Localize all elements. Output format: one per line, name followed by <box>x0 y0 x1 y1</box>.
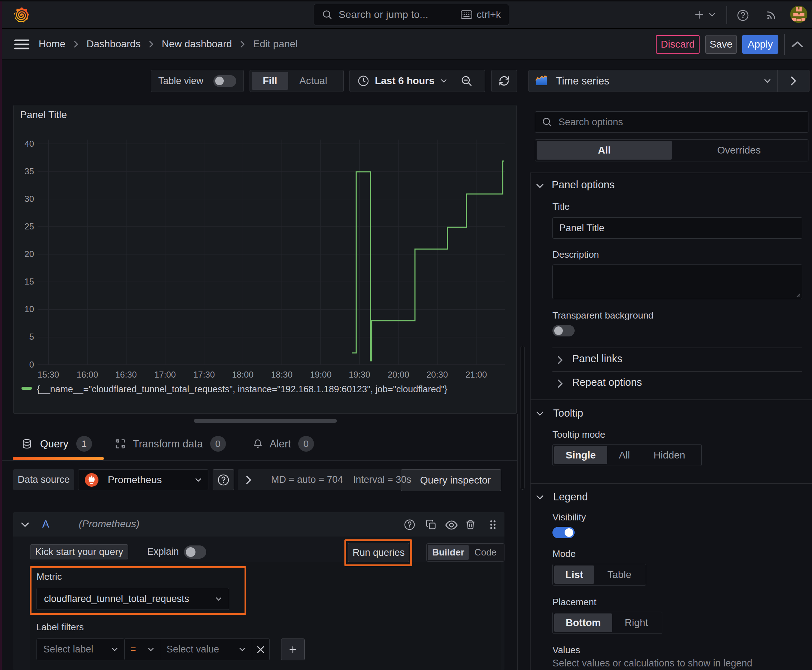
svg-text:35: 35 <box>24 166 34 176</box>
svg-text:15: 15 <box>24 277 34 286</box>
svg-text:16:00: 16:00 <box>76 370 98 379</box>
svg-text:20:00: 20:00 <box>388 370 409 379</box>
svg-text:20:30: 20:30 <box>426 370 448 379</box>
svg-text:19:00: 19:00 <box>310 370 332 379</box>
svg-text:17:30: 17:30 <box>193 370 215 379</box>
svg-text:19:30: 19:30 <box>349 370 370 379</box>
svg-text:20: 20 <box>24 249 34 259</box>
svg-text:{__name__="cloudflared_tunnel_: {__name__="cloudflared_tunnel_total_requ… <box>37 384 448 394</box>
svg-text:30: 30 <box>24 194 34 204</box>
svg-text:5: 5 <box>29 332 34 342</box>
svg-text:10: 10 <box>24 304 34 314</box>
svg-text:18:30: 18:30 <box>271 370 293 379</box>
svg-text:0: 0 <box>29 360 34 369</box>
svg-text:15:30: 15:30 <box>37 370 59 379</box>
svg-text:25: 25 <box>24 222 34 231</box>
svg-text:16:30: 16:30 <box>115 370 137 379</box>
svg-text:18:00: 18:00 <box>232 370 253 379</box>
svg-text:21:00: 21:00 <box>465 370 487 379</box>
svg-text:40: 40 <box>24 139 34 149</box>
svg-text:17:00: 17:00 <box>154 370 176 379</box>
